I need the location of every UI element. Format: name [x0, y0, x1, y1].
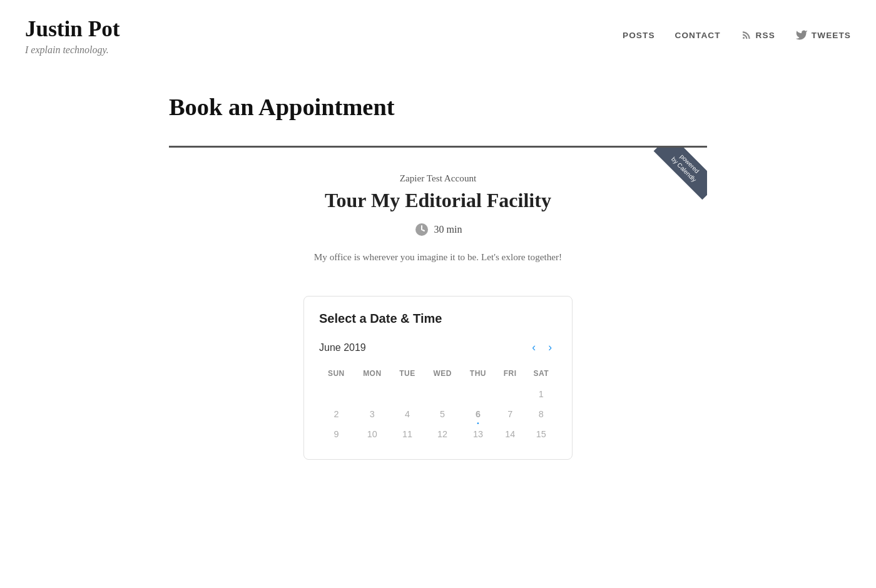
calendar-grid: SUN MON TUE WED THU FRI SAT: [319, 367, 557, 444]
day-4: 4: [391, 404, 424, 424]
day-1: 1: [526, 384, 557, 404]
calendly-duration: 30 min: [414, 222, 462, 237]
day-empty: [319, 384, 354, 404]
day-12[interactable]: 12: [424, 424, 461, 444]
col-thu: THU: [461, 367, 494, 384]
col-sat: SAT: [526, 367, 557, 384]
col-mon: MON: [354, 367, 391, 384]
tweets-label: TWEETS: [812, 31, 851, 40]
calendar-card: Select a Date & Time June 2019 ‹ › SUN M…: [303, 296, 573, 460]
calendly-header: Zapier Test Account Tour My Editorial Fa…: [169, 148, 707, 277]
calendly-widget: powered by Calendly Zapier Test Account …: [169, 146, 707, 460]
clock-icon: [414, 222, 429, 237]
col-sun: SUN: [319, 367, 354, 384]
nav-rss[interactable]: RSS: [741, 29, 775, 41]
calendar-nav-buttons: ‹ ›: [527, 338, 557, 357]
twitter-icon: [795, 29, 808, 41]
duration-label: 30 min: [434, 224, 462, 235]
day-2: 2: [319, 404, 354, 424]
calendar-week-3: 9 10 11 12 13 14 15: [319, 424, 557, 444]
calendar-month-label: June 2019: [319, 342, 366, 353]
day-8: 8: [526, 404, 557, 424]
svg-point-0: [743, 37, 745, 39]
calendar-week-2: 2 3 4 5 6 7 8: [319, 404, 557, 424]
powered-badge: powered by Calendly: [651, 148, 707, 204]
rss-label: RSS: [756, 31, 775, 40]
nav-posts[interactable]: POSTS: [623, 31, 655, 40]
day-5: 5: [424, 404, 461, 424]
day-9: 9: [319, 424, 354, 444]
site-title: Justin Pot: [25, 18, 120, 42]
day-10[interactable]: 10: [354, 424, 391, 444]
page-title: Book an Appointment: [169, 93, 707, 121]
calendly-description: My office is wherever you imagine it to …: [300, 250, 576, 265]
day-empty: [461, 384, 494, 404]
col-wed: WED: [424, 367, 461, 384]
calendly-account: Zapier Test Account: [181, 173, 695, 184]
calendar-card-title: Select a Date & Time: [319, 312, 557, 326]
day-3: 3: [354, 404, 391, 424]
calendar-weekday-header-row: SUN MON TUE WED THU FRI SAT: [319, 367, 557, 384]
calendar-prev-button[interactable]: ‹: [527, 338, 541, 357]
day-empty: [354, 384, 391, 404]
calendar-month-nav: June 2019 ‹ ›: [319, 338, 557, 357]
powered-badge-inner: powered by Calendly: [654, 148, 707, 200]
day-13[interactable]: 13: [461, 424, 494, 444]
site-brand: Justin Pot I explain technology.: [25, 18, 120, 56]
day-11[interactable]: 11: [391, 424, 424, 444]
nav-tweets[interactable]: TWEETS: [795, 29, 851, 41]
day-empty: [495, 384, 526, 404]
day-empty: [391, 384, 424, 404]
day-15: 15: [526, 424, 557, 444]
main-nav: POSTS CONTACT RSS TWEETS: [623, 18, 851, 41]
rss-icon: [741, 29, 752, 41]
calendar-next-button[interactable]: ›: [543, 338, 557, 357]
day-7[interactable]: 7: [495, 404, 526, 424]
day-14[interactable]: 14: [495, 424, 526, 444]
calendar-week-1: 1: [319, 384, 557, 404]
site-tagline: I explain technology.: [25, 44, 120, 56]
col-fri: FRI: [495, 367, 526, 384]
calendly-event-title: Tour My Editorial Facility: [181, 189, 695, 212]
day-6[interactable]: 6: [461, 404, 494, 424]
day-empty: [424, 384, 461, 404]
nav-contact[interactable]: CONTACT: [675, 31, 721, 40]
col-tue: TUE: [391, 367, 424, 384]
